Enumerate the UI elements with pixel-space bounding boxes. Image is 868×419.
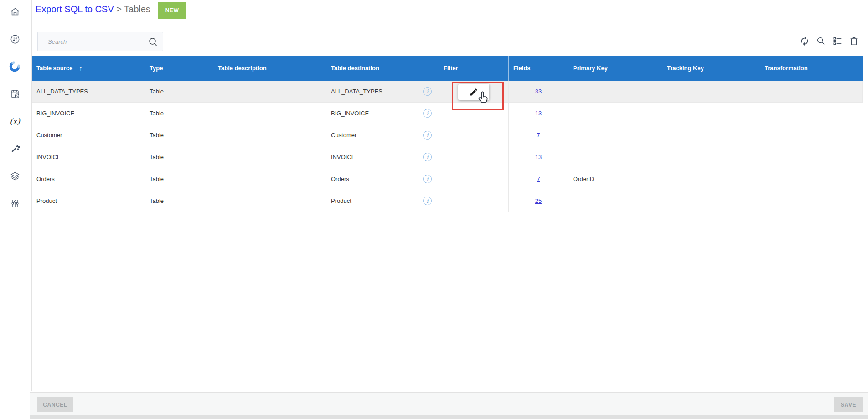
cancel-button[interactable]: CANCEL	[37, 397, 73, 412]
cell-tracking-key	[662, 146, 760, 168]
cell-destination: BIG_INVOICE i	[326, 103, 439, 124]
header-table-destination[interactable]: Table destination	[326, 56, 439, 81]
info-icon[interactable]: i	[423, 131, 432, 140]
cell-destination: Customer i	[326, 124, 439, 146]
new-button[interactable]: NEW	[158, 2, 186, 19]
cell-fields: 13	[509, 146, 568, 168]
cell-source: Customer	[32, 124, 145, 146]
sort-asc-icon: ↑	[79, 64, 83, 72]
trash-icon[interactable]	[849, 36, 859, 46]
horizontal-scrollbar[interactable]	[29, 415, 868, 419]
cell-primary-key	[568, 190, 662, 212]
column-search-icon[interactable]	[816, 36, 826, 46]
cell-transformation	[760, 168, 863, 190]
fields-link[interactable]: 33	[535, 88, 542, 95]
breadcrumb-current: Tables	[124, 4, 150, 14]
header-primary-key[interactable]: Primary Key	[568, 56, 662, 81]
cell-destination: ALL_DATA_TYPES i	[326, 81, 439, 103]
table-row[interactable]: Customer Table Customer i 7	[32, 124, 863, 146]
cell-filter	[439, 190, 509, 212]
home-icon[interactable]	[9, 6, 21, 18]
table-body: ALL_DATA_TYPES Table ALL_DATA_TYPES i 33	[32, 81, 863, 212]
cell-filter	[439, 146, 509, 168]
cell-primary-key: OrderID	[568, 168, 662, 190]
header-table-description[interactable]: Table description	[213, 56, 326, 81]
cell-type: Table	[145, 168, 213, 190]
cell-type: Table	[145, 81, 213, 103]
filter-edit-button[interactable]	[458, 84, 489, 100]
search-input[interactable]	[38, 32, 163, 51]
fields-link[interactable]: 25	[535, 197, 542, 204]
cell-description	[213, 146, 326, 168]
table-row[interactable]: BIG_INVOICE Table BIG_INVOICE i 13	[32, 103, 863, 124]
functions-icon[interactable]: (x)	[9, 115, 21, 127]
cell-transformation	[760, 190, 863, 212]
footer-bar: CANCEL SAVE	[30, 392, 868, 415]
cell-primary-key	[568, 103, 662, 124]
app-window: (x)	[0, 0, 868, 419]
header-fields[interactable]: Fields	[509, 56, 568, 81]
tune-icon[interactable]	[9, 197, 21, 209]
cell-transformation	[760, 81, 863, 103]
cell-transformation	[760, 124, 863, 146]
cell-fields: 25	[509, 190, 568, 212]
sync-arrows-icon[interactable]	[9, 33, 21, 45]
schedule-icon[interactable]	[9, 88, 21, 100]
cell-fields: 33	[509, 81, 568, 103]
info-icon[interactable]: i	[423, 109, 432, 118]
refresh-icon[interactable]	[800, 36, 810, 46]
cell-tracking-key	[662, 168, 760, 190]
cell-type: Table	[145, 103, 213, 124]
cell-tracking-key	[662, 81, 760, 103]
breadcrumb-separator: >	[116, 4, 122, 14]
breadcrumb: Export SQL to CSV > Tables	[36, 4, 150, 15]
cell-description	[213, 124, 326, 146]
cell-type: Table	[145, 190, 213, 212]
cell-fields: 13	[509, 103, 568, 124]
fields-link[interactable]: 13	[535, 110, 542, 117]
header-tracking-key[interactable]: Tracking Key	[662, 56, 760, 81]
magnet-icon[interactable]	[9, 61, 21, 72]
info-icon[interactable]: i	[423, 87, 432, 96]
cell-fields: 7	[509, 168, 568, 190]
content-panel: Export SQL to CSV > Tables NEW	[31, 0, 863, 391]
fields-link[interactable]: 7	[537, 176, 540, 182]
header-type[interactable]: Type	[145, 56, 213, 81]
table-row[interactable]: INVOICE Table INVOICE i 13	[32, 146, 863, 168]
info-icon[interactable]: i	[423, 175, 432, 183]
cell-description	[213, 190, 326, 212]
table-row[interactable]: Product Table Product i 25	[32, 190, 863, 212]
search-icon	[148, 36, 159, 49]
table-row[interactable]: ALL_DATA_TYPES Table ALL_DATA_TYPES i 33	[32, 81, 863, 103]
fields-link[interactable]: 7	[537, 132, 540, 139]
column-list-icon[interactable]	[832, 36, 842, 46]
cell-tracking-key	[662, 124, 760, 146]
cell-tracking-key	[662, 190, 760, 212]
tables-grid: Table source ↑ Type Table description Ta…	[32, 56, 863, 212]
breadcrumb-link[interactable]: Export SQL to CSV	[36, 4, 114, 14]
functions-glyph: (x)	[10, 117, 20, 126]
cell-primary-key	[568, 81, 662, 103]
cell-destination: INVOICE i	[326, 146, 439, 168]
header-transformation[interactable]: Transformation	[760, 56, 863, 81]
header-table-source[interactable]: Table source ↑	[32, 56, 145, 81]
cell-source: ALL_DATA_TYPES	[32, 81, 145, 103]
cell-transformation	[760, 103, 863, 124]
search-box	[37, 32, 163, 51]
info-icon[interactable]: i	[423, 153, 432, 161]
cell-fields: 7	[509, 124, 568, 146]
cell-description	[213, 103, 326, 124]
cell-filter	[439, 103, 509, 124]
cell-primary-key	[568, 146, 662, 168]
cell-source: BIG_INVOICE	[32, 103, 145, 124]
layers-icon[interactable]	[9, 170, 21, 182]
cell-filter	[439, 168, 509, 190]
header-filter[interactable]: Filter	[439, 56, 509, 81]
table-header: Table source ↑ Type Table description Ta…	[32, 56, 863, 81]
table-row[interactable]: Orders Table Orders i 7 OrderID	[32, 168, 863, 190]
save-button[interactable]: SAVE	[834, 397, 863, 412]
info-icon[interactable]: i	[423, 197, 432, 205]
fields-link[interactable]: 13	[535, 154, 542, 160]
wand-icon[interactable]	[9, 143, 21, 155]
cell-transformation	[760, 146, 863, 168]
